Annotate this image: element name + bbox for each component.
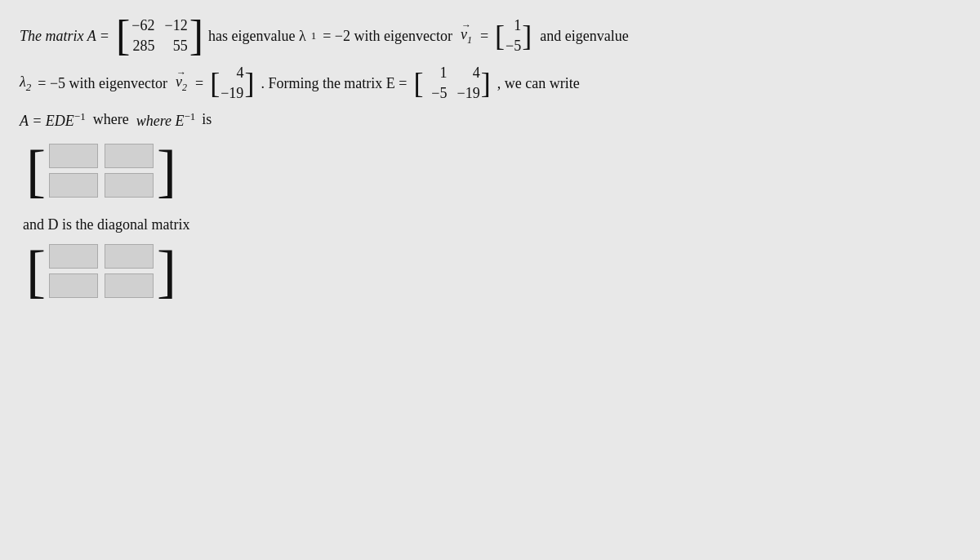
vec1-matrix: [ 1 −5 ] xyxy=(495,16,532,56)
E-r2c2: −19 xyxy=(457,84,480,103)
D-input-grid xyxy=(49,244,154,298)
D-r2c2[interactable] xyxy=(105,273,154,298)
bracket-right-v2: ] xyxy=(244,69,254,98)
A-r1c1: −62 xyxy=(131,16,154,35)
D-r1c2[interactable] xyxy=(105,244,154,269)
line1: The matrix A = [ −62 −12 285 55 ] has ei… xyxy=(20,15,960,57)
v1-r2: −5 xyxy=(506,37,521,56)
E-inv-r2c1[interactable] xyxy=(49,173,98,198)
and-eigenvalue-text: and eigenvalue xyxy=(540,28,628,45)
and-D-label: and D is the diagonal matrix xyxy=(23,216,960,233)
vec2-label: v2 xyxy=(176,73,187,94)
lambda1-sub: 1 xyxy=(311,29,317,42)
the-matrix-a-label: The matrix A = xyxy=(20,28,109,45)
bracket-input-left-2: [ xyxy=(26,242,46,300)
E-r1c1: 1 xyxy=(425,64,448,82)
E-inv-label: where E−1 xyxy=(136,110,196,130)
bracket-left-v1: [ xyxy=(495,21,505,51)
D-r2c1[interactable] xyxy=(49,273,98,298)
A-r1c2: −12 xyxy=(164,16,187,35)
E-inverse-input-grid xyxy=(49,144,154,198)
v1-r1: 1 xyxy=(506,16,521,35)
vec1-grid: 1 −5 xyxy=(506,16,521,56)
D-r1c1[interactable] xyxy=(49,244,98,269)
E-inverse-input-section: [ ] xyxy=(26,141,960,200)
matrix-A-grid: −62 −12 285 55 xyxy=(131,16,187,56)
ede-text: A = EDE−1 xyxy=(20,110,86,130)
vec2-grid: 4 −19 xyxy=(220,64,243,104)
E-inv-r1c1[interactable] xyxy=(49,144,98,168)
v2-r1: 4 xyxy=(220,64,243,82)
eq2-text: = xyxy=(195,75,203,92)
bracket-input-right-1: ] xyxy=(157,141,176,200)
has-eigenvalue-text: has eigenvalue λ xyxy=(208,28,306,45)
line3: A = EDE−1 where where E−1 is xyxy=(20,110,960,130)
is-text: is xyxy=(202,111,212,128)
bracket-right-E: ] xyxy=(481,69,491,98)
bracket-left-v2: [ xyxy=(210,69,220,98)
bracket-left-E: [ xyxy=(414,69,424,98)
E-r1c2: 4 xyxy=(457,64,480,82)
bracket-input-left-1: [ xyxy=(26,141,46,200)
matrix-E: [ 1 4 −5 −19 ] xyxy=(414,64,491,104)
eq-text: = −5 with eigenvector xyxy=(38,75,167,92)
line2: λ2 = −5 with eigenvector v2 = [ 4 −19 ] … xyxy=(20,64,960,104)
bracket-input-right-2: ] xyxy=(157,242,176,300)
bracket-left-A: [ xyxy=(116,15,130,57)
trailing-text: , we can write xyxy=(497,75,580,92)
D-input-section: [ ] xyxy=(26,242,960,300)
A-r2c2: 55 xyxy=(164,37,187,56)
eq1-text: = −2 with eigenvector xyxy=(323,28,452,45)
v2-r2: −19 xyxy=(220,84,243,103)
forming-text: . Forming the matrix E = xyxy=(261,75,407,92)
bracket-right-v1: ] xyxy=(522,21,532,51)
vec1-label: v1 xyxy=(461,26,472,47)
E-inv-r1c2[interactable] xyxy=(105,144,154,168)
lambda2-label: λ2 xyxy=(20,73,31,94)
matrix-E-grid: 1 4 −5 −19 xyxy=(425,64,480,104)
matrix-A: [ −62 −12 285 55 ] xyxy=(116,15,203,57)
vec2-matrix: [ 4 −19 ] xyxy=(210,64,254,104)
eq2-text: = xyxy=(480,28,488,45)
A-r2c1: 285 xyxy=(131,37,154,56)
E-inv-r2c2[interactable] xyxy=(105,173,154,198)
E-r2c1: −5 xyxy=(425,84,448,103)
bracket-right-A: ] xyxy=(189,15,203,57)
page-content: The matrix A = [ −62 −12 285 55 ] has ei… xyxy=(16,8,964,320)
where-text: where xyxy=(93,111,129,128)
